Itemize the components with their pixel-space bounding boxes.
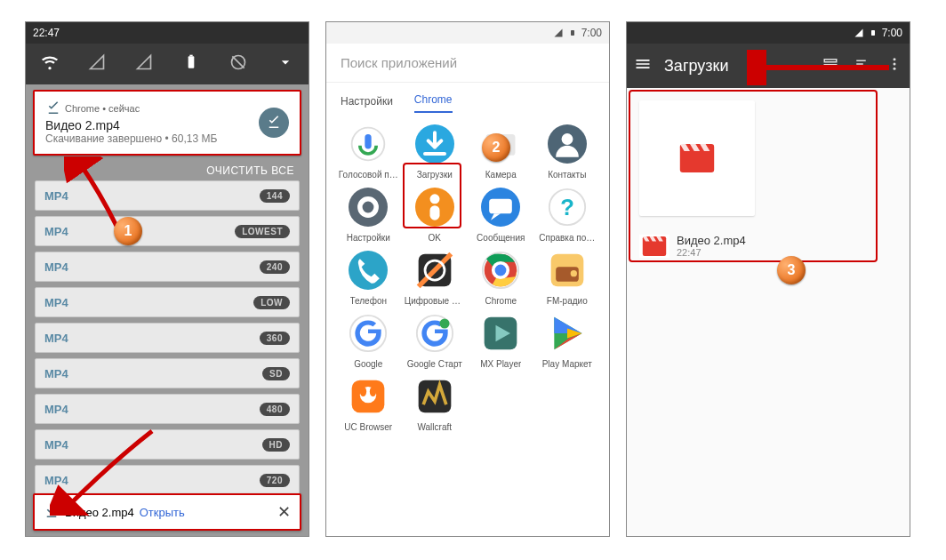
app-launcher-phone[interactable]: Телефон: [335, 248, 402, 306]
tab-settings[interactable]: Настройки: [341, 95, 393, 113]
app-label: Google Старт: [407, 359, 462, 369]
app-label: Цифровые ч…: [405, 296, 465, 306]
notification-action-icon[interactable]: [259, 108, 289, 138]
phone-2-app-drawer: 7:00 Поиск приложений Настройки Chrome Г…: [325, 21, 610, 537]
quick-settings-row: [26, 44, 309, 84]
expand-icon[interactable]: [277, 53, 294, 75]
app-launcher-gstart[interactable]: Google Старт: [402, 311, 469, 369]
app-launcher-wall[interactable]: Wallcraft: [402, 374, 469, 432]
sort-icon[interactable]: [854, 56, 870, 76]
quality-badge: 720: [260, 474, 290, 487]
app-launcher-google[interactable]: Google: [335, 311, 402, 369]
no-sync-icon[interactable]: [229, 53, 247, 75]
app-launcher-gear[interactable]: Настройки: [335, 185, 402, 243]
app-launcher-play[interactable]: Play Маркет: [534, 311, 601, 369]
status-time: 22:47: [33, 27, 60, 39]
app-drawer-tabs: Настройки Chrome: [326, 83, 609, 113]
message-icon: [478, 185, 523, 229]
app-launcher-mx[interactable]: MX Player: [468, 311, 534, 369]
svg-point-10: [561, 133, 573, 145]
chrome-icon: [478, 248, 523, 292]
overflow-icon[interactable]: [886, 56, 902, 76]
format-label: MP4: [44, 403, 68, 416]
quality-badge: 480: [260, 403, 290, 416]
app-label: Голосовой п…: [339, 170, 398, 180]
app-launcher-clock[interactable]: Цифровые ч…: [402, 248, 469, 306]
download-option-row[interactable]: MP4HD: [35, 429, 300, 460]
svg-point-43: [894, 63, 896, 66]
app-label: Wallcraft: [417, 422, 452, 432]
download-snackbar[interactable]: Видео 2.mp4 Открыть ✕: [33, 493, 301, 531]
download-option-row[interactable]: MP4SD: [35, 358, 300, 388]
download-done-icon: [45, 100, 61, 116]
download-option-row[interactable]: MP4LOWEST: [35, 216, 300, 246]
svg-rect-18: [489, 199, 512, 214]
quality-badge: HD: [262, 438, 290, 452]
svg-point-37: [370, 387, 376, 396]
format-label: MP4: [44, 367, 68, 380]
battery-icon[interactable]: [182, 53, 200, 75]
download-complete-notification[interactable]: Chrome • сейчас Видео 2.mp4 Скачивание з…: [33, 90, 301, 156]
snackbar-open-link[interactable]: Открыть: [140, 506, 185, 519]
svg-point-13: [365, 204, 372, 210]
svg-rect-0: [188, 56, 194, 68]
play-icon: [545, 311, 589, 356]
app-label: OK: [429, 233, 441, 243]
download-option-row[interactable]: MP4480: [35, 394, 300, 424]
search-apps-input[interactable]: Поиск приложений: [326, 44, 609, 83]
quality-badge: LOWEST: [235, 225, 290, 238]
app-launcher-help[interactable]: ?Справка по…: [534, 185, 601, 243]
app-launcher-chrome[interactable]: Chrome: [468, 248, 534, 306]
status-bar: 7:00: [627, 22, 910, 44]
gear-icon: [346, 185, 390, 229]
svg-point-32: [439, 319, 449, 329]
downloads-toolbar: Загрузки: [627, 44, 910, 88]
format-label: MP4: [44, 296, 68, 309]
signal-icon[interactable]: [135, 53, 153, 75]
app-launcher-message[interactable]: Сообщения: [468, 185, 534, 243]
menu-icon[interactable]: [634, 55, 652, 76]
download-option-row[interactable]: MP4LOW: [35, 287, 300, 317]
mx-icon: [478, 311, 523, 356]
download-option-row[interactable]: MP4360: [35, 323, 300, 353]
app-launcher-radio[interactable]: FM-радио: [534, 248, 601, 306]
app-label: MX Player: [480, 359, 521, 369]
notification-title: Видео 2.mp4: [45, 118, 289, 132]
app-launcher-uc[interactable]: UC Browser: [335, 374, 402, 432]
quality-badge: 144: [260, 189, 290, 203]
signal-icon[interactable]: [88, 53, 106, 75]
app-label: Справка по…: [539, 233, 595, 243]
app-label: Телефон: [350, 296, 387, 306]
battery-icon: [870, 28, 877, 38]
app-label: Настройки: [347, 233, 390, 243]
notification-subtitle: Скачивание завершено • 60,13 МБ: [45, 132, 289, 145]
format-label: MP4: [44, 189, 68, 203]
svg-rect-40: [824, 60, 837, 62]
download-option-row[interactable]: MP4720: [35, 465, 300, 495]
app-launcher-contacts[interactable]: Контакты: [534, 122, 601, 180]
contacts-icon: [545, 122, 589, 166]
phone-1-notifications: 22:47 Chrome • сейчас Видео 2.mp4 Скачив…: [25, 21, 309, 537]
svg-point-21: [349, 251, 388, 290]
status-time: 7:00: [882, 27, 902, 39]
app-label: Контакты: [548, 170, 586, 180]
wall-icon: [413, 374, 457, 419]
page-title: Загрузки: [664, 57, 728, 76]
app-label: Play Маркет: [542, 359, 592, 369]
format-label: MP4: [44, 260, 68, 274]
wifi-icon[interactable]: [41, 53, 59, 75]
clear-all-button[interactable]: ОЧИСТИТЬ ВСЕ: [26, 156, 309, 180]
app-label: Сообщения: [477, 233, 525, 243]
quality-badge: 240: [260, 260, 290, 274]
tab-chrome[interactable]: Chrome: [414, 93, 453, 113]
download-option-row[interactable]: MP4240: [35, 252, 300, 282]
svg-rect-39: [871, 30, 875, 36]
view-grid-icon[interactable]: [822, 56, 838, 76]
battery-icon: [569, 28, 576, 38]
svg-point-29: [570, 270, 576, 276]
app-label: UC Browser: [344, 422, 392, 432]
close-icon[interactable]: ✕: [277, 502, 291, 522]
app-label: Google: [354, 359, 382, 369]
download-option-row[interactable]: MP4144: [35, 180, 300, 211]
app-launcher-voice[interactable]: Голосовой п…: [335, 122, 402, 180]
